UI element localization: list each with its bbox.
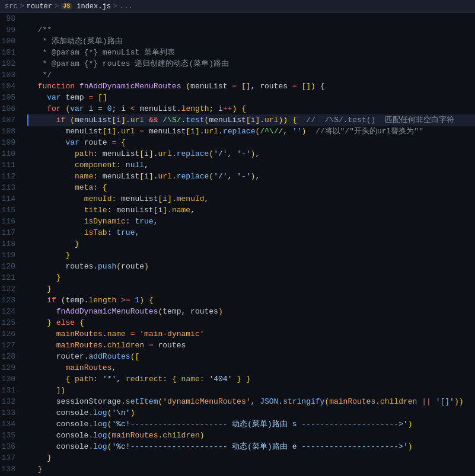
line-number: 99 xyxy=(0,24,20,36)
code-line: isTab: true, xyxy=(27,227,475,238)
code-line: console.log('\n') xyxy=(27,407,475,419)
line-number: 101 xyxy=(0,47,20,58)
line-number: 134 xyxy=(0,419,20,430)
code-line: /** xyxy=(27,24,475,36)
line-number: 108 xyxy=(0,126,20,137)
code-line: sessionStorage.setItem('dynamicMenuRoute… xyxy=(27,396,475,407)
code-line: mainRoutes.children = routes xyxy=(27,340,475,351)
line-number: 109 xyxy=(0,137,20,148)
code-line: var route = { xyxy=(27,137,475,148)
code-line: mainRoutes.name = 'main-dynamic' xyxy=(27,328,475,340)
code-line: if (menuList[i].url && /\S/.test(menuLis… xyxy=(27,114,475,126)
sep1: > xyxy=(20,2,24,11)
code-line: * @param {*} routes 递归创建的动态(菜单)路由 xyxy=(27,58,475,69)
line-number: 106 xyxy=(0,103,20,114)
code-line: console.log('%c!--------------------- 动态… xyxy=(27,419,475,430)
code-line: } xyxy=(27,464,475,475)
code-line: name: menuList[i].url.replace('/', '-'), xyxy=(27,171,475,182)
line-number: 105 xyxy=(0,92,20,103)
line-number: 133 xyxy=(0,407,20,419)
line-number: 122 xyxy=(0,283,20,295)
code-line: meta: { xyxy=(27,182,475,193)
line-number: 117 xyxy=(0,227,20,238)
line-number: 114 xyxy=(0,193,20,205)
line-number: 132 xyxy=(0,396,20,407)
line-number: 120 xyxy=(0,261,20,272)
code-line: { path: '*', redirect: { name: '404' } } xyxy=(27,373,475,385)
code-line: } xyxy=(27,272,475,283)
code-line: menuId: menuList[i].menuId, xyxy=(27,193,475,205)
code-line: } xyxy=(27,250,475,261)
breadcrumb-filename[interactable]: index.js xyxy=(76,2,111,11)
code-line: * @param {*} menuList 菜单列表 xyxy=(27,47,475,58)
code-line: function fnAddDynamicMenuRoutes (menuLis… xyxy=(27,81,475,92)
line-number: 127 xyxy=(0,340,20,351)
line-number: 137 xyxy=(0,452,20,464)
line-numbers: 9899100101102103104105106107108109110111… xyxy=(0,13,25,476)
code-line: mainRoutes, xyxy=(27,362,475,373)
line-number: 103 xyxy=(0,69,20,81)
code-line: fnAddDynamicMenuRoutes(temp, routes) xyxy=(27,306,475,317)
breadcrumb-router[interactable]: router xyxy=(27,2,52,11)
line-number: 112 xyxy=(0,171,20,182)
line-number: 119 xyxy=(0,250,20,261)
line-number: 125 xyxy=(0,317,20,328)
line-number: 131 xyxy=(0,385,20,396)
line-number: 104 xyxy=(0,81,20,92)
code-line: } xyxy=(27,283,475,295)
code-line: isDynamic: true, xyxy=(27,216,475,227)
line-number: 102 xyxy=(0,58,20,69)
line-number: 135 xyxy=(0,430,20,441)
line-number: 126 xyxy=(0,328,20,340)
code-line: console.log(mainRoutes.children) xyxy=(27,430,475,441)
line-number: 129 xyxy=(0,362,20,373)
breadcrumb-src[interactable]: src xyxy=(5,2,18,11)
line-number: 136 xyxy=(0,441,20,452)
code-line xyxy=(27,13,475,24)
line-number: 128 xyxy=(0,351,20,362)
line-number: 130 xyxy=(0,373,20,385)
line-number: 121 xyxy=(0,272,20,283)
code-line: menuList[i].url = menuList[i].url.replac… xyxy=(27,126,475,137)
breadcrumb-ellipsis: ... xyxy=(120,2,133,11)
code-line: if (temp.length >= 1) { xyxy=(27,295,475,306)
code-line: component: null, xyxy=(27,159,475,171)
code-line: } xyxy=(27,452,475,464)
line-number: 138 xyxy=(0,464,20,475)
code-line: var temp = [] xyxy=(27,92,475,103)
code-line: */ xyxy=(27,69,475,81)
code-container: 9899100101102103104105106107108109110111… xyxy=(0,13,475,476)
sep4: > xyxy=(113,2,117,11)
code-line: ]) xyxy=(27,385,475,396)
code-line: } xyxy=(27,238,475,250)
line-number: 110 xyxy=(0,148,20,159)
code-line: title: menuList[i].name, xyxy=(27,205,475,216)
sep2: > xyxy=(55,2,59,11)
line-number: 111 xyxy=(0,159,20,171)
line-number: 123 xyxy=(0,295,20,306)
line-number: 115 xyxy=(0,205,20,216)
code-line: routes.push(route) xyxy=(27,261,475,272)
line-number: 98 xyxy=(0,13,20,24)
line-number: 107 xyxy=(0,114,20,126)
breadcrumb-bar: src > router > JS index.js > ... xyxy=(0,0,475,13)
line-number: 118 xyxy=(0,238,20,250)
line-number: 116 xyxy=(0,216,20,227)
line-number: 100 xyxy=(0,36,20,47)
code-lines: /** * 添加动态(菜单)路由 * @param {*} menuList 菜… xyxy=(25,13,475,476)
code-line: router.addRoutes([ xyxy=(27,351,475,362)
line-number: 124 xyxy=(0,306,20,317)
line-number: 113 xyxy=(0,182,20,193)
code-line: for (var i = 0; i < menuList.length; i++… xyxy=(27,103,475,114)
code-line: } else { xyxy=(27,317,475,328)
code-line: console.log('%c!--------------------- 动态… xyxy=(27,441,475,452)
code-line: * 添加动态(菜单)路由 xyxy=(27,36,475,47)
code-line: path: menuList[i].url.replace('/', '-'), xyxy=(27,148,475,159)
breadcrumb-js-icon: JS xyxy=(61,3,72,9)
